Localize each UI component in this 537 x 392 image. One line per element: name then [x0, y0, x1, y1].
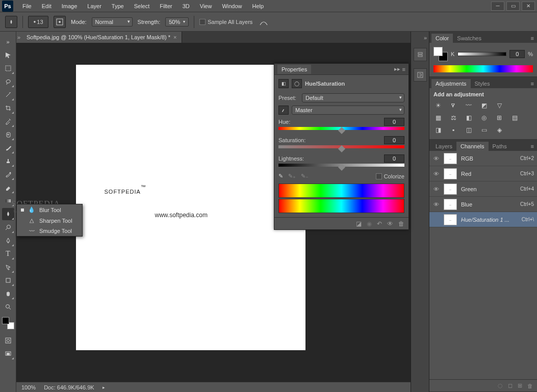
color-lookup-icon[interactable]: ▤	[510, 114, 519, 122]
flyout-item[interactable]: △Sharpen Tool	[17, 215, 82, 226]
close-button[interactable]: ✕	[522, 2, 535, 11]
move-tool[interactable]	[2, 49, 14, 61]
visibility-icon[interactable]: 👁	[432, 186, 440, 193]
channels-tab[interactable]: Channels	[456, 142, 488, 151]
sample-all-layers-checkbox[interactable]: Sample All Layers	[199, 19, 252, 25]
lightness-value[interactable]: 0	[384, 154, 404, 163]
delete-channel-icon[interactable]: 🗑	[527, 383, 533, 389]
channel-row[interactable]: 👁..RGBCtrl+2	[429, 151, 537, 166]
menu-window[interactable]: Window	[217, 2, 247, 10]
targeted-adjustment-icon[interactable]	[278, 106, 289, 115]
toggle-visibility-icon[interactable]: 👁	[387, 220, 393, 227]
saturation-value[interactable]: 0	[384, 136, 404, 144]
brightness-contrast-icon[interactable]: ☀	[433, 101, 443, 110]
selective-color-icon[interactable]: ◈	[495, 126, 504, 134]
color-tab[interactable]: Color	[431, 34, 453, 43]
foreground-background-colors[interactable]	[2, 317, 14, 329]
hue-value[interactable]: 0	[384, 118, 404, 126]
lightness-slider[interactable]	[278, 164, 404, 169]
brush-preset-picker[interactable]: ●13	[28, 16, 48, 28]
flyout-item[interactable]: 💧Blur Tool	[17, 204, 82, 215]
character-panel-icon[interactable]	[414, 68, 427, 82]
menu-select[interactable]: Select	[129, 2, 155, 10]
maximize-button[interactable]: ▭	[506, 2, 520, 11]
channel-select[interactable]: Master	[292, 106, 404, 115]
delete-adjustment-icon[interactable]: 🗑	[398, 220, 404, 227]
blend-mode-select[interactable]: Normal	[92, 17, 133, 27]
minimize-button[interactable]: ─	[491, 2, 504, 11]
curves-icon[interactable]: 〰	[464, 101, 473, 110]
adjustment-icon[interactable]: ◧	[278, 79, 289, 88]
threshold-icon[interactable]: ◫	[464, 126, 473, 134]
invert-icon[interactable]: ◨	[433, 126, 443, 134]
vibrance-icon[interactable]: ▽	[495, 101, 504, 110]
save-selection-icon[interactable]: ◻	[508, 382, 513, 389]
color-balance-icon[interactable]: ⚖	[449, 114, 458, 122]
photo-filter-icon[interactable]: ◎	[479, 114, 489, 122]
channel-row[interactable]: ..Hue/Saturation 1 ...Ctrl+\	[429, 212, 537, 227]
layers-tab[interactable]: Layers	[431, 142, 456, 151]
eyedropper-icon[interactable]: ✎	[278, 173, 283, 179]
k-value[interactable]: 0	[509, 50, 525, 58]
channel-row[interactable]: 👁..BlueCtrl+5	[429, 197, 537, 212]
menu-image[interactable]: Image	[57, 2, 83, 10]
hue-slider[interactable]	[278, 127, 404, 132]
visibility-icon[interactable]: 👁	[432, 201, 440, 208]
view-previous-icon[interactable]: ◉	[367, 220, 372, 227]
hue-saturation-icon[interactable]: ▦	[433, 114, 443, 122]
colorize-checkbox[interactable]: Colorize	[376, 173, 404, 179]
menu-file[interactable]: File	[17, 2, 37, 10]
color-range-bar-2[interactable]	[278, 199, 404, 213]
mask-icon[interactable]: ◯	[292, 79, 302, 88]
menu-edit[interactable]: Edit	[37, 2, 57, 10]
preset-select[interactable]: Default	[302, 93, 404, 102]
collapse-panel-icon[interactable]: ▸▸	[394, 66, 400, 72]
menu-view[interactable]: View	[195, 2, 217, 10]
status-menu-icon[interactable]: ▸	[103, 385, 105, 390]
tab-expand-icon[interactable]: »	[16, 32, 21, 43]
tool-preset-picker[interactable]	[5, 16, 17, 28]
saturation-slider[interactable]	[278, 145, 404, 150]
reset-icon[interactable]: ↶	[377, 220, 382, 227]
quick-mask-toggle[interactable]	[2, 334, 14, 347]
strength-value[interactable]: 50%▾	[165, 17, 189, 27]
doc-size[interactable]: Doc: 646.9K/646.9K	[44, 384, 94, 390]
swatches-tab[interactable]: Swatches	[453, 34, 485, 43]
paths-tab[interactable]: Paths	[489, 142, 511, 151]
color-spectrum[interactable]	[433, 65, 533, 72]
posterize-icon[interactable]: ▪	[449, 126, 458, 134]
adjustments-tab[interactable]: Adjustments	[431, 79, 471, 88]
eyedropper-add-icon[interactable]: ✎₊	[288, 173, 296, 179]
color-panel-menu-icon[interactable]: ≡	[528, 34, 537, 43]
channel-row[interactable]: 👁..RedCtrl+3	[429, 166, 537, 181]
properties-panel-header[interactable]: Properties ▸▸ ≡	[274, 64, 408, 75]
dock-expand-icon[interactable]: »	[424, 35, 427, 41]
history-panel-icon[interactable]	[414, 48, 427, 61]
channel-mixer-icon[interactable]: ⊞	[495, 114, 504, 122]
color-range-bar[interactable]	[278, 184, 404, 198]
zoom-tool[interactable]	[2, 301, 14, 313]
close-tab-icon[interactable]: ×	[173, 34, 176, 40]
panel-menu-icon[interactable]: ≡	[402, 66, 405, 72]
pressure-size-icon[interactable]	[258, 16, 270, 28]
styles-tab[interactable]: Styles	[471, 79, 494, 88]
black-white-icon[interactable]: ◧	[464, 114, 473, 122]
levels-icon[interactable]: ⛛	[449, 101, 458, 110]
channels-panel-menu-icon[interactable]: ≡	[528, 142, 537, 151]
visibility-icon[interactable]	[432, 216, 440, 223]
menu-type[interactable]: Type	[107, 2, 129, 10]
eyedropper-subtract-icon[interactable]: ✎₋	[301, 173, 309, 179]
exposure-icon[interactable]: ◩	[479, 101, 489, 110]
expand-toolbar-icon[interactable]: »	[2, 36, 14, 48]
load-selection-icon[interactable]: ◌	[498, 382, 503, 389]
zoom-level[interactable]: 100%	[21, 384, 36, 390]
menu-layer[interactable]: Layer	[82, 2, 107, 10]
visibility-icon[interactable]: 👁	[432, 170, 440, 177]
new-channel-icon[interactable]: ⊞	[518, 382, 522, 389]
adjustments-panel-menu-icon[interactable]: ≡	[528, 79, 537, 88]
menu-filter[interactable]: Filter	[155, 2, 177, 10]
menu-3d[interactable]: 3D	[177, 2, 195, 10]
visibility-icon[interactable]: 👁	[432, 155, 440, 162]
flyout-item[interactable]: 〰Smudge Tool	[17, 226, 82, 236]
properties-tab[interactable]: Properties	[277, 65, 311, 74]
